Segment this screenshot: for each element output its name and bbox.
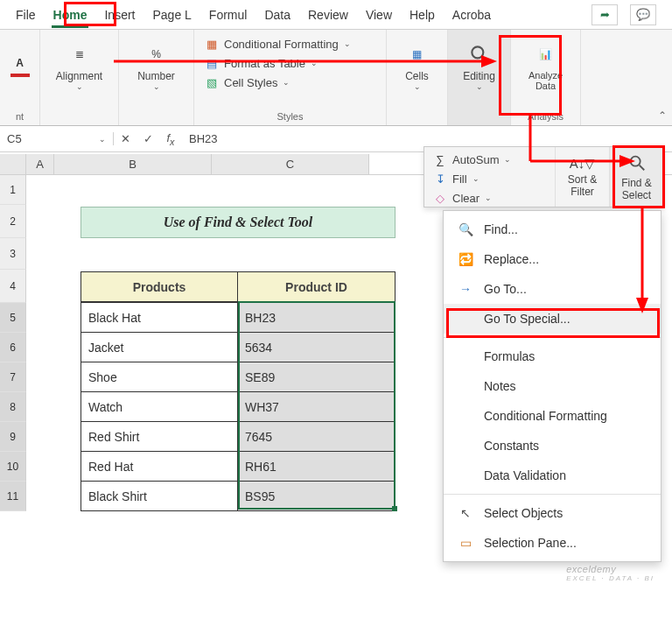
row-header[interactable]: 10 [0, 452, 26, 482]
table-cell[interactable]: 5634 [238, 332, 395, 362]
sort-filter-label: Sort & Filter [556, 173, 609, 198]
number-label: Number [137, 70, 175, 82]
svg-line-3 [639, 165, 644, 170]
table-cell[interactable]: Black Hat [81, 302, 238, 332]
row-header[interactable]: 1 [0, 175, 26, 205]
analyze-data-button[interactable]: 📊Analyze Data [519, 35, 573, 98]
table-cell[interactable]: Shoe [81, 362, 238, 391]
name-box-value: C5 [7, 132, 22, 145]
table-header-products: Products [81, 272, 238, 302]
editing-label: Editing [463, 70, 495, 82]
col-header-A[interactable]: A [26, 154, 54, 174]
tab-insert[interactable]: Insert [95, 3, 144, 27]
menu-replace[interactable]: 🔁Replace... [444, 244, 661, 274]
fx-icon[interactable]: fx [159, 131, 182, 147]
tab-help[interactable]: Help [401, 3, 444, 27]
menu-constants-label: Constants [484, 439, 539, 453]
table-cell[interactable]: Red Hat [81, 451, 238, 481]
row-header[interactable]: 11 [0, 482, 26, 511]
row-header[interactable]: 2 [0, 205, 26, 238]
table-title: Use of Find & Select Tool [80, 207, 396, 238]
menu-data-validation[interactable]: Data Validation [444, 461, 661, 490]
ribbon-tab-row: File Home Insert Page L Formul Data Revi… [0, 0, 672, 30]
col-header-B[interactable]: B [54, 154, 212, 174]
cell-styles-icon: ▧ [205, 75, 219, 89]
clear-button[interactable]: ◇Clear ⌄ [430, 189, 550, 207]
search-icon: 🔍 [458, 222, 473, 237]
row-header[interactable]: 7 [0, 362, 26, 392]
table-cell[interactable]: SE89 [238, 362, 395, 391]
table-cell[interactable]: BS95 [238, 481, 395, 510]
tab-page-layout[interactable]: Page L [144, 3, 200, 27]
alignment-button[interactable]: ≣Alignment⌄ [52, 35, 107, 98]
menu-formulas[interactable]: Formulas [444, 341, 661, 371]
menu-selection-pane[interactable]: ▭Selection Pane... [444, 528, 661, 558]
cursor-icon: ↖ [458, 505, 473, 521]
menu-cond-fmt-label: Conditional Formatting [484, 409, 607, 423]
menu-goto[interactable]: →Go To... [444, 274, 661, 304]
row-header[interactable]: 5 [0, 303, 26, 333]
chevron-down-icon[interactable]: ⌄ [99, 135, 106, 144]
menu-notes[interactable]: Notes [444, 371, 661, 401]
accept-formula-icon[interactable]: ✓ [136, 132, 159, 145]
menu-select-objects[interactable]: ↖Select Objects [444, 498, 661, 528]
alignment-label: Alignment [56, 70, 102, 82]
collapse-ribbon-icon[interactable]: ⌃ [658, 109, 667, 122]
watermark-brand: exceldemy [566, 564, 616, 574]
tab-home[interactable]: Home [45, 3, 96, 27]
cancel-formula-icon[interactable]: ✕ [114, 132, 136, 145]
fill-handle[interactable] [392, 506, 397, 511]
menu-find[interactable]: 🔍Find... [444, 215, 661, 244]
row-header[interactable]: 8 [0, 392, 26, 422]
font-color-icon[interactable]: A [10, 53, 30, 77]
menu-goto-special[interactable]: Go To Special... [444, 304, 661, 334]
tab-file[interactable]: File [7, 3, 45, 27]
data-table: Products Product ID Black HatBH23 Jacket… [80, 271, 396, 511]
table-cell[interactable]: 7645 [238, 421, 395, 451]
watermark-tag: EXCEL · DATA · BI [566, 574, 654, 582]
tab-data[interactable]: Data [256, 3, 299, 27]
tab-view[interactable]: View [357, 3, 401, 27]
row-header[interactable]: 6 [0, 333, 26, 362]
table-cell[interactable]: Red Shirt [81, 421, 238, 451]
cell-styles-button[interactable]: ▧Cell Styles ⌄ [201, 74, 379, 91]
row-headers: 1 2 3 4 5 6 7 8 9 10 11 [0, 175, 26, 525]
fill-down-icon: ↧ [433, 172, 447, 186]
table-cell[interactable]: RH61 [238, 451, 395, 481]
name-box[interactable]: C5 ⌄ [0, 132, 114, 145]
menu-constants[interactable]: Constants [444, 431, 661, 461]
table-cell[interactable]: Watch [81, 391, 238, 421]
comments-button[interactable]: 💬 [630, 4, 656, 25]
tab-formulas[interactable]: Formul [200, 3, 256, 27]
row-header[interactable]: 9 [0, 422, 26, 452]
select-all-corner[interactable] [0, 154, 26, 174]
cells-label: Cells [405, 70, 429, 82]
tab-acrobat[interactable]: Acroba [444, 3, 500, 27]
row-header[interactable]: 3 [0, 238, 26, 270]
row-header[interactable]: 4 [0, 270, 26, 303]
table-cell[interactable]: Jacket [81, 332, 238, 362]
group-styles-label: Styles [277, 109, 304, 123]
blank-icon [458, 311, 473, 327]
find-select-menu: 🔍Find... 🔁Replace... →Go To... Go To Spe… [443, 210, 662, 562]
table-cell[interactable]: Black Shirt [81, 481, 238, 510]
conditional-formatting-button[interactable]: ▦Conditional Formatting ⌄ [201, 35, 379, 53]
fill-button[interactable]: ↧Fill ⌄ [430, 170, 550, 187]
cond-fmt-icon: ▦ [205, 37, 219, 51]
align-icon: ≣ [67, 42, 92, 67]
table-cell[interactable]: BH23 [238, 302, 395, 332]
pane-icon: ▭ [458, 535, 473, 551]
ribbon: A nt ≣Alignment⌄ %Number⌄ ▦Conditional F… [0, 30, 672, 126]
menu-cond-fmt[interactable]: Conditional Formatting [444, 401, 661, 431]
share-button[interactable]: ➦ [592, 4, 618, 25]
analyze-label: Analyze Data [526, 70, 566, 91]
table-cell[interactable]: WH37 [238, 391, 395, 421]
menu-replace-label: Replace... [484, 252, 539, 266]
annotation-arrow-1 [114, 53, 499, 70]
col-header-C[interactable]: C [212, 154, 369, 174]
sigma-icon: ∑ [433, 152, 447, 166]
svg-marker-5 [481, 55, 497, 67]
watermark: exceldemy EXCEL · DATA · BI [566, 564, 654, 582]
analyze-icon: 📊 [534, 42, 558, 67]
tab-review[interactable]: Review [299, 3, 357, 27]
